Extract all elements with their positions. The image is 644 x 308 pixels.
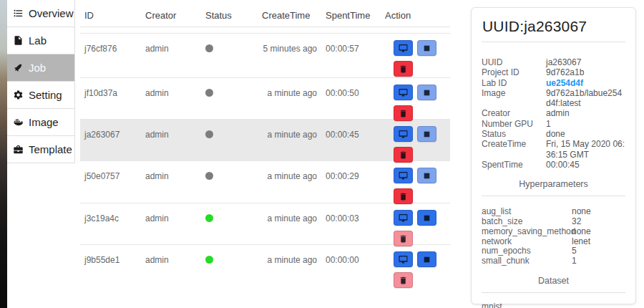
job-createtime: 5 minutes ago: [262, 34, 317, 54]
sidebar: Overview Lab Job Setting Image Template: [7, 0, 75, 163]
job-id: j76cf876: [84, 34, 145, 54]
delete-button[interactable]: [394, 147, 413, 163]
sidebar-item-job[interactable]: Job: [7, 54, 74, 82]
monitor-icon: [399, 130, 408, 139]
field-value: done: [546, 129, 625, 139]
job-id: ja263067: [84, 120, 145, 140]
trash-icon: [399, 64, 408, 74]
job-createtime: a minute ago: [262, 78, 317, 98]
divider: [482, 196, 625, 196]
dataset-section-title: Dataset: [482, 276, 625, 286]
sidebar-item-lab[interactable]: Lab: [7, 27, 74, 54]
view-log-button[interactable]: [394, 85, 413, 100]
job-creator: admin: [145, 203, 205, 223]
table-row[interactable]: j76cf876 admin 5 minutes ago 00:00:57: [80, 34, 450, 78]
status-dot-done: [205, 130, 213, 138]
delete-button[interactable]: [394, 231, 413, 246]
table-spacer-row: [80, 27, 450, 34]
job-spenttime: 00:00:29: [317, 161, 384, 181]
stop-icon: [422, 130, 431, 139]
stop-button[interactable]: [417, 251, 436, 267]
list-icon: [13, 8, 24, 19]
trash-icon: [399, 150, 408, 160]
sidebar-item-label: Setting: [29, 89, 62, 101]
delete-button[interactable]: [394, 105, 413, 121]
field-label: Image: [482, 88, 546, 109]
stop-button[interactable]: [417, 168, 436, 183]
trash-icon: [399, 109, 408, 118]
sidebar-item-setting[interactable]: Setting: [7, 82, 74, 109]
table-row-selected[interactable]: ja263067 admin a minute ago 00:00:45: [80, 120, 450, 161]
view-log-button[interactable]: [394, 251, 413, 267]
column-header-status: Status: [205, 10, 262, 21]
sidebar-item-template[interactable]: Template: [7, 136, 74, 163]
job-id: j50e0757: [84, 161, 145, 181]
param-value: 5: [572, 246, 625, 256]
job-spenttime: 00:00:50: [317, 78, 384, 98]
file-icon: [13, 35, 24, 46]
job-creator: admin: [145, 120, 205, 140]
docker-whale-icon: [13, 117, 24, 127]
monitor-icon: [399, 213, 408, 223]
view-log-button[interactable]: [394, 126, 413, 142]
divider: [482, 292, 625, 293]
dataset-value: mnist: [482, 302, 625, 308]
stop-button[interactable]: [417, 210, 436, 226]
param-value: 32: [572, 217, 625, 227]
lab-id-link[interactable]: ue254d4f: [546, 78, 625, 88]
table-row[interactable]: j9b55de1 admin a minute ago 00:00:00: [80, 245, 450, 307]
toolbox-icon: [13, 144, 24, 155]
status-dot-running: [205, 256, 213, 264]
job-creator: admin: [145, 161, 205, 181]
job-id: j9b55de1: [84, 245, 145, 265]
delete-button[interactable]: [394, 61, 413, 77]
field-value: Fri, 15 May 2020 06:36:15 GMT: [546, 139, 625, 160]
stop-button[interactable]: [417, 40, 436, 56]
table-header: ID Creator Status CreateTime SpentTime A…: [80, 0, 450, 27]
stop-button[interactable]: [417, 126, 436, 142]
view-log-button[interactable]: [394, 40, 413, 56]
monitor-icon: [399, 88, 408, 97]
param-value: 1: [572, 256, 625, 266]
stop-icon: [422, 213, 431, 223]
sidebar-item-label: Image: [29, 116, 59, 128]
field-label: Lab ID: [482, 78, 546, 88]
table-row[interactable]: jf10d37a admin a minute ago 00:00:50: [80, 78, 450, 120]
sidebar-item-overview[interactable]: Overview: [7, 0, 74, 27]
gear-icon: [13, 90, 24, 100]
job-id: jf10d37a: [84, 78, 145, 98]
view-log-button[interactable]: [394, 168, 413, 183]
delete-button[interactable]: [394, 272, 413, 288]
field-label: UUID: [482, 57, 546, 67]
job-createtime: a minute ago: [262, 120, 317, 140]
param-label: num_epochs: [482, 246, 572, 256]
sidebar-item-label: Job: [29, 62, 46, 74]
sidebar-item-label: Template: [29, 143, 72, 155]
column-header-id: ID: [84, 10, 145, 21]
hyperparameters-list: aug_listnone batch_size32 memory_saving_…: [482, 207, 625, 266]
param-label: memory_saving_method: [482, 227, 572, 237]
trash-icon: [399, 234, 408, 244]
field-value: 9d762a1b/labue254d4f:latest: [546, 88, 625, 109]
column-header-createtime: CreateTime: [262, 10, 317, 21]
stop-icon: [422, 44, 431, 53]
status-dot-done: [205, 44, 213, 52]
table-row[interactable]: j50e0757 admin a minute ago 00:00:29: [80, 161, 450, 203]
param-label: network: [482, 237, 572, 247]
view-log-button[interactable]: [394, 210, 413, 226]
field-value: 9d762a1b: [546, 67, 625, 77]
field-value: admin: [546, 108, 625, 118]
monitor-icon: [399, 44, 408, 53]
table-row[interactable]: j3c19a4c admin a minute ago 00:00:03: [80, 203, 450, 245]
delete-button[interactable]: [394, 188, 413, 204]
param-value: none: [572, 227, 625, 237]
field-label: SpentTime: [482, 160, 546, 170]
stop-button[interactable]: [417, 85, 436, 100]
rocket-icon: [13, 62, 24, 73]
field-value: ja263067: [546, 57, 625, 67]
status-dot-done: [205, 89, 213, 97]
sidebar-item-image[interactable]: Image: [7, 109, 74, 136]
job-spenttime: 00:00:00: [317, 245, 384, 265]
app-window: Overview Lab Job Setting Image Template …: [0, 0, 644, 308]
param-label: aug_list: [482, 207, 572, 217]
